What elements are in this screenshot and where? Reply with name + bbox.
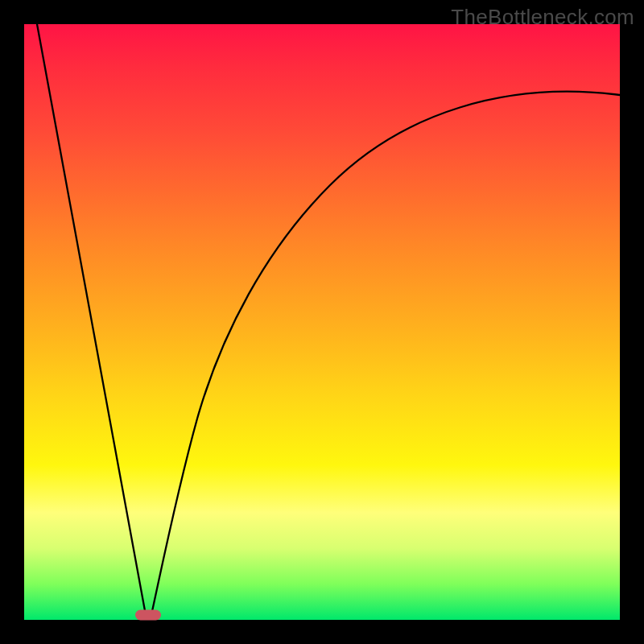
plot-area — [24, 24, 620, 620]
curve-left — [37, 24, 146, 615]
chart-frame: TheBottleneck.com — [0, 0, 644, 644]
curve-layer — [24, 24, 620, 620]
curve-right — [151, 92, 620, 615]
watermark-text: TheBottleneck.com — [451, 5, 634, 30]
apex-marker — [135, 610, 161, 621]
